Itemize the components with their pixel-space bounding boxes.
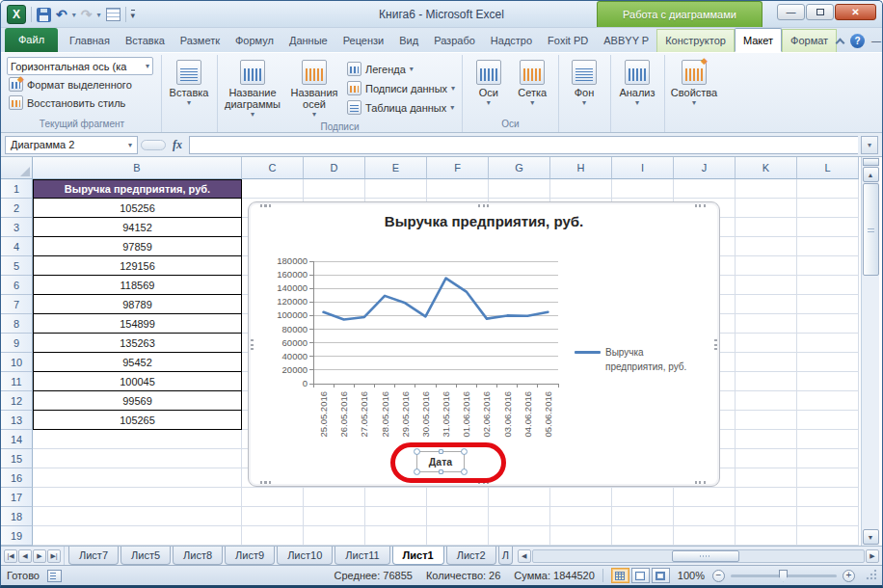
cell-E19[interactable]: [365, 526, 427, 546]
axis-titles-button[interactable]: Названия осей ▾: [283, 57, 345, 120]
data-table-button[interactable]: Таблица данных ▾: [345, 98, 457, 117]
cell-F1[interactable]: [427, 179, 489, 199]
cell-J1[interactable]: [674, 179, 736, 199]
cell-L7[interactable]: [797, 295, 859, 314]
cell-K5[interactable]: [736, 256, 797, 276]
cell-K1[interactable]: [736, 179, 797, 199]
cell-F18[interactable]: [427, 507, 489, 526]
sheet-tab-Лист9[interactable]: Лист9: [225, 547, 275, 565]
sheet-tab-Лист11[interactable]: Лист11: [334, 547, 389, 565]
cell-K12[interactable]: [736, 391, 797, 411]
row-header-12[interactable]: 12: [1, 391, 33, 411]
row-header-11[interactable]: 11: [1, 372, 33, 391]
cell-D19[interactable]: [304, 526, 365, 546]
cell-C18[interactable]: [242, 507, 304, 526]
insert-function-button[interactable]: fx: [169, 138, 186, 152]
tab-Формат[interactable]: Формат: [782, 29, 837, 52]
sheet-tab-Лист5[interactable]: Лист5: [120, 547, 171, 565]
minimize-button[interactable]: —: [777, 4, 805, 20]
sheet-tab-Л[interactable]: Л: [498, 547, 513, 565]
cell-K11[interactable]: [736, 372, 797, 391]
cell-K8[interactable]: [736, 314, 797, 334]
cell-B15[interactable]: [33, 449, 242, 468]
row-header-18[interactable]: 18: [1, 507, 33, 526]
cell-B12[interactable]: 99569: [33, 391, 242, 411]
zoom-track[interactable]: [731, 575, 837, 577]
cell-K15[interactable]: [736, 449, 797, 468]
row-header-2[interactable]: 2: [1, 199, 33, 218]
format-selection-button[interactable]: Формат выделенного: [7, 75, 157, 94]
cell-B14[interactable]: [33, 430, 242, 449]
row-header-16[interactable]: 16: [1, 468, 33, 488]
column-header-C[interactable]: C: [242, 157, 304, 179]
cell-B10[interactable]: 95452: [33, 353, 242, 372]
cell-L15[interactable]: [797, 449, 859, 468]
properties-button[interactable]: Свойства ▾: [669, 57, 719, 108]
cell-F19[interactable]: [427, 526, 489, 546]
scroll-up-icon[interactable]: ▲: [863, 167, 879, 182]
cell-L4[interactable]: [797, 237, 859, 256]
column-header-E[interactable]: E: [365, 157, 427, 179]
tab-Формул[interactable]: Формул: [227, 30, 281, 52]
reset-style-button[interactable]: Восстановить стиль: [7, 94, 157, 112]
tab-Файл[interactable]: Файл: [5, 28, 58, 52]
row-header-19[interactable]: 19: [1, 526, 33, 546]
cell-B11[interactable]: 100045: [33, 372, 242, 391]
cell-K10[interactable]: [736, 353, 797, 372]
horizontal-scroll-track[interactable]: [532, 549, 865, 563]
row-header-13[interactable]: 13: [1, 411, 33, 430]
cell-L10[interactable]: [797, 353, 859, 372]
cell-B3[interactable]: 94152: [33, 218, 242, 237]
cell-H19[interactable]: [550, 526, 612, 546]
tab-Рецензи[interactable]: Рецензи: [335, 30, 392, 52]
tab-Данные[interactable]: Данные: [281, 30, 335, 52]
tab-Foxit PD[interactable]: Foxit PD: [540, 30, 596, 52]
cell-B8[interactable]: 154899: [33, 314, 242, 334]
horizontal-scrollbar[interactable]: ◀ ▶: [515, 547, 882, 565]
data-labels-button[interactable]: Подписи данных ▾: [345, 79, 457, 97]
name-box[interactable]: Диаграмма 2 ▾: [5, 136, 138, 154]
cell-E18[interactable]: [365, 507, 427, 526]
cell-B16[interactable]: [33, 468, 242, 488]
cell-J17[interactable]: [674, 488, 736, 507]
axes-button[interactable]: Оси ▾: [467, 57, 511, 108]
row-header-5[interactable]: 5: [1, 256, 33, 276]
tab-Конструктор[interactable]: Конструктор: [656, 29, 735, 52]
background-button[interactable]: Фон ▾: [563, 57, 605, 108]
row-header-1[interactable]: 1: [1, 179, 33, 199]
horizontal-scroll-thumb[interactable]: [672, 550, 739, 562]
sheet-tab-Лист8[interactable]: Лист8: [173, 547, 223, 565]
chart-element-selector[interactable]: Горизонтальная ось (ка ▾: [7, 57, 153, 75]
column-header-B[interactable]: B: [33, 157, 242, 179]
last-sheet-icon[interactable]: ▶|: [47, 549, 61, 563]
column-header-D[interactable]: D: [304, 157, 365, 179]
legend-button[interactable]: Легенда ▾: [345, 60, 457, 78]
cell-H17[interactable]: [550, 488, 612, 507]
cell-C19[interactable]: [242, 526, 304, 546]
cell-K19[interactable]: [736, 526, 797, 546]
sheet-tab-Лист1[interactable]: Лист1: [392, 547, 444, 565]
workbook-minimize-button[interactable]: —: [871, 37, 881, 46]
column-header-F[interactable]: F: [427, 157, 489, 179]
row-header-7[interactable]: 7: [1, 295, 33, 314]
view-page-break-button[interactable]: [652, 568, 670, 583]
macro-record-icon[interactable]: [47, 570, 62, 582]
cell-L3[interactable]: [797, 218, 859, 237]
resize-grip[interactable]: [865, 570, 876, 581]
cell-L19[interactable]: [797, 526, 859, 546]
maximize-button[interactable]: [806, 4, 834, 20]
cell-C17[interactable]: [242, 488, 304, 507]
cell-B5[interactable]: 129156: [33, 256, 242, 276]
cell-L16[interactable]: [797, 468, 859, 488]
cell-B9[interactable]: 135263: [33, 334, 242, 353]
cell-K16[interactable]: [736, 468, 797, 488]
cell-L18[interactable]: [797, 507, 859, 526]
cell-I18[interactable]: [612, 507, 674, 526]
cell-L14[interactable]: [797, 430, 859, 449]
formula-bar-splitter[interactable]: [141, 140, 166, 150]
cell-B19[interactable]: [33, 526, 242, 546]
tab-ABBYY P[interactable]: ABBYY P: [596, 30, 656, 52]
tab-Вставка[interactable]: Вставка: [118, 30, 173, 52]
cell-E1[interactable]: [365, 179, 427, 199]
cell-G17[interactable]: [489, 488, 550, 507]
